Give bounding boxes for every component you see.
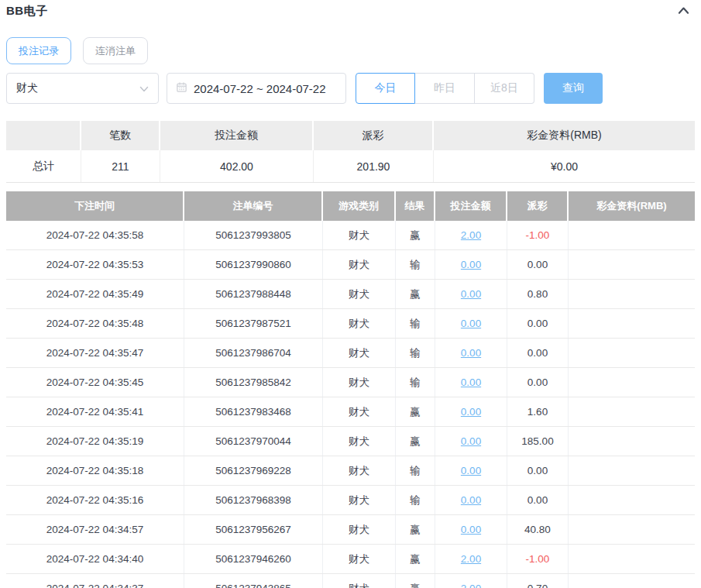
payout-cell: 0.70: [507, 574, 569, 588]
date-range-value: 2024-07-22 ~ 2024-07-22: [194, 82, 326, 95]
bet-amount-cell: 0.00: [435, 515, 507, 544]
bet-time-cell: 2024-07-22 04:35:53: [6, 250, 184, 279]
payout-cell: 0.00: [507, 309, 569, 338]
quick-button-last-8-days[interactable]: 近8日: [475, 73, 534, 104]
jackpot-cell: [569, 250, 695, 279]
game-type-cell: 财犬: [323, 456, 396, 485]
query-button[interactable]: 查询: [544, 73, 603, 104]
filter-bar: 财犬 2024-07-22 ~ 2024-07-22 今日 昨日 近8日 查询: [6, 73, 695, 104]
bet-records-panel: BB电子 投注记录 连消注单 财犬 2024-07-22 ~ 2024-07-2…: [0, 0, 701, 588]
panel-title-row: BB电子: [6, 0, 695, 19]
bet-amount-link[interactable]: 0.00: [461, 259, 481, 270]
table-row: 2024-07-22 04:35:19 5061237970044 财犬 赢 0…: [6, 427, 695, 456]
game-select[interactable]: 财犬: [6, 73, 159, 104]
bet-amount-link[interactable]: 0.00: [461, 494, 481, 506]
summary-col-jackpot: 彩金资料(RMB): [434, 121, 695, 150]
payout-cell: 0.00: [507, 250, 569, 279]
bet-time-cell: 2024-07-22 04:35:47: [6, 339, 184, 367]
bet-amount-link[interactable]: 0.00: [461, 435, 481, 447]
summary-table-header: 笔数 投注金额 派彩 彩金资料(RMB): [6, 121, 695, 150]
quick-button-today[interactable]: 今日: [356, 73, 415, 104]
order-no-cell: 5061237985842: [184, 368, 323, 397]
bet-amount-link[interactable]: 0.00: [461, 524, 481, 535]
payout-cell: 185.00: [507, 427, 569, 456]
order-no-cell: 5061237970044: [184, 427, 323, 456]
result-cell: 赢: [396, 280, 435, 308]
game-type-cell: 财犬: [323, 515, 396, 544]
col-bet-time: 下注时间: [6, 191, 184, 221]
payout-cell: 1.60: [507, 397, 569, 426]
date-range-input[interactable]: 2024-07-22 ~ 2024-07-22: [167, 73, 346, 104]
tab-bet-records[interactable]: 投注记录: [6, 37, 71, 64]
bet-amount-link[interactable]: 0.00: [461, 347, 481, 359]
bet-amount-cell: 0.00: [435, 339, 507, 367]
bet-amount-link[interactable]: 0.00: [461, 377, 481, 388]
game-type-cell: 财犬: [323, 397, 396, 426]
chevron-down-icon: [139, 82, 149, 95]
summary-total-label: 总计: [6, 150, 81, 182]
summary-total-payout: 201.90: [314, 150, 434, 182]
bet-amount-link[interactable]: 2.00: [461, 553, 481, 565]
bet-amount-cell: 0.00: [435, 427, 507, 456]
result-cell: 输: [396, 339, 435, 367]
table-row: 2024-07-22 04:35:16 5061237968398 财犬 输 0…: [6, 486, 695, 515]
order-no-cell: 5061237946260: [184, 545, 323, 573]
result-cell: 赢: [396, 427, 435, 456]
tabs-bar: 投注记录 连消注单: [6, 37, 695, 64]
order-no-cell: 5061237990860: [184, 250, 323, 279]
jackpot-cell: [569, 456, 695, 485]
tab-cancelled-orders[interactable]: 连消注单: [83, 37, 148, 64]
order-no-cell: 5061237956267: [184, 515, 323, 544]
game-type-cell: 财犬: [323, 427, 396, 456]
table-body: 2024-07-22 04:35:58 5061237993805 财犬 赢 2…: [6, 221, 695, 588]
game-type-cell: 财犬: [323, 280, 396, 308]
col-payout: 派彩: [507, 191, 569, 221]
result-cell: 输: [396, 309, 435, 338]
bet-amount-cell: 2.00: [435, 221, 507, 249]
summary-total-row: 总计 211 402.00 201.90 ¥0.00: [6, 150, 695, 183]
bet-amount-link[interactable]: 0.00: [461, 288, 481, 300]
table-row: 2024-07-22 04:34:57 5061237956267 财犬 赢 0…: [6, 515, 695, 545]
bet-amount-cell: 0.00: [435, 456, 507, 485]
bet-amount-link[interactable]: 2.00: [461, 229, 481, 241]
bet-amount-cell: 2.00: [435, 574, 507, 588]
order-no-cell: 5061237986704: [184, 339, 323, 367]
table-row: 2024-07-22 04:35:41 5061237983468 财犬 赢 0…: [6, 397, 695, 427]
order-no-cell: 5061237983468: [184, 397, 323, 426]
bet-time-cell: 2024-07-22 04:35:41: [6, 397, 184, 426]
game-type-cell: 财犬: [323, 309, 396, 338]
table-row: 2024-07-22 04:35:47 5061237986704 财犬 输 0…: [6, 339, 695, 368]
bet-time-cell: 2024-07-22 04:34:37: [6, 574, 184, 588]
bet-time-cell: 2024-07-22 04:35:19: [6, 427, 184, 456]
table-row: 2024-07-22 04:35:45 5061237985842 财犬 输 0…: [6, 368, 695, 397]
game-type-cell: 财犬: [323, 250, 396, 279]
game-type-cell: 财犬: [323, 339, 396, 367]
bet-amount-link[interactable]: 0.00: [461, 406, 481, 418]
jackpot-cell: [569, 397, 695, 426]
table-row: 2024-07-22 04:34:40 5061237946260 财犬 赢 2…: [6, 545, 695, 574]
table-row: 2024-07-22 04:35:58 5061237993805 财犬 赢 2…: [6, 221, 695, 250]
result-cell: 赢: [396, 574, 435, 588]
quick-button-yesterday[interactable]: 昨日: [415, 73, 475, 104]
summary-total-count: 211: [81, 150, 160, 182]
game-select-value: 财犬: [16, 81, 38, 95]
jackpot-cell: [569, 545, 695, 573]
collapse-panel-button[interactable]: [677, 5, 690, 16]
bet-amount-link[interactable]: 2.00: [461, 583, 481, 588]
game-type-cell: 财犬: [323, 574, 396, 588]
table-row: 2024-07-22 04:35:53 5061237990860 财犬 输 0…: [6, 250, 695, 280]
col-order-no: 注单编号: [184, 191, 323, 221]
payout-cell: 40.80: [507, 515, 569, 544]
bet-amount-link[interactable]: 0.00: [461, 318, 481, 329]
calendar-icon: [176, 81, 187, 95]
bet-amount-cell: 2.00: [435, 545, 507, 573]
summary-total-jackpot: ¥0.00: [434, 150, 695, 182]
bet-amount-link[interactable]: 0.00: [461, 465, 481, 476]
order-no-cell: 5061237993805: [184, 221, 323, 249]
payout-cell: -1.00: [507, 545, 569, 573]
bet-time-cell: 2024-07-22 04:35:18: [6, 456, 184, 485]
bet-amount-cell: 0.00: [435, 280, 507, 308]
summary-total-bet-amount: 402.00: [160, 150, 314, 182]
jackpot-cell: [569, 280, 695, 308]
payout-cell: 0.80: [507, 280, 569, 308]
